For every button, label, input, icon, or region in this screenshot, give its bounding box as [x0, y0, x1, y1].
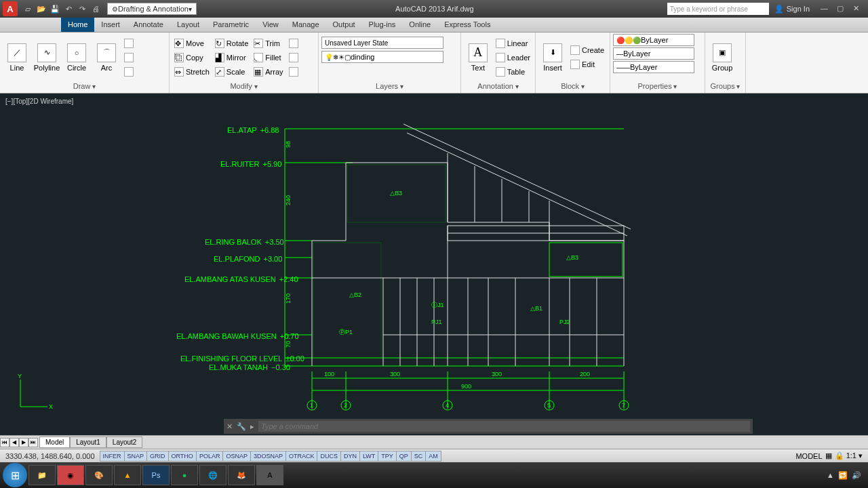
leader-button[interactable]: Leader [494, 51, 532, 64]
color-dropdown[interactable]: 🔴🟡🟢 ByLayer [613, 34, 694, 46]
taskbar-app1[interactable]: ◉ [57, 465, 84, 485]
qat-undo-icon[interactable]: ↶ [62, 3, 75, 15]
layer-state-dropdown[interactable]: Unsaved Layer State [321, 37, 443, 49]
taskbar-explorer[interactable]: 📁 [28, 465, 56, 485]
panel-annotation-label[interactable]: Annotation ▾ [464, 81, 532, 92]
scale-button[interactable]: ⤢Scale [213, 65, 250, 79]
linetype-dropdown[interactable]: —— ByLayer [613, 61, 694, 73]
command-input[interactable] [258, 421, 750, 432]
toggle-qp[interactable]: QP [396, 451, 412, 462]
tab-manage[interactable]: Manage [285, 18, 326, 32]
taskbar-chrome[interactable]: 🌐 [199, 465, 226, 485]
panel-layers-label[interactable]: Layers ▾ [321, 81, 458, 92]
qat-redo-icon[interactable]: ↷ [76, 3, 88, 15]
cmdline-close-icon[interactable]: ✕ [226, 422, 233, 431]
toggle-am[interactable]: AM [425, 451, 441, 462]
taskbar-autocad[interactable]: A [256, 465, 283, 485]
autocad-logo[interactable]: A [3, 1, 18, 16]
mirror-button[interactable]: ▟Mirror [213, 51, 250, 64]
toggle-tpy[interactable]: TPY [378, 451, 397, 462]
tray-net-icon[interactable]: 🔁 [838, 471, 848, 480]
tab-plugins[interactable]: Plug-ins [362, 18, 403, 32]
modify-extra-3[interactable] [287, 65, 300, 79]
arc-button[interactable]: ⌒Arc [92, 37, 121, 78]
layout-first-icon[interactable]: ⏮ [0, 438, 9, 447]
toggle-dyn[interactable]: DYN [340, 451, 360, 462]
taskbar-photoshop[interactable]: Ps [142, 465, 170, 485]
qat-save-icon[interactable]: 💾 [49, 3, 61, 15]
draw-extra-2[interactable] [122, 51, 136, 64]
toggle-lwt[interactable]: LWT [359, 451, 378, 462]
tray-vol-icon[interactable]: 🔊 [852, 471, 861, 480]
draw-extra-1[interactable] [122, 37, 136, 50]
create-button[interactable]: Create [568, 43, 606, 57]
layout-last-icon[interactable]: ⏭ [28, 438, 38, 447]
toggle-ducs[interactable]: DUCS [317, 451, 341, 462]
line-button[interactable]: ／Line [3, 37, 31, 78]
qat-print-icon[interactable]: 🖨 [90, 3, 102, 15]
system-tray[interactable]: ▲ 🔁 🔊 [827, 471, 865, 480]
toggle-polar[interactable]: POLAR [196, 451, 224, 462]
taskbar-spotify[interactable]: ● [171, 465, 198, 485]
status-model[interactable]: MODEL [795, 452, 822, 460]
edit-button[interactable]: Edit [568, 58, 606, 71]
tab-layout2[interactable]: Layout2 [106, 436, 143, 448]
modify-extra-1[interactable] [287, 37, 300, 50]
toggle-sc[interactable]: SC [411, 451, 427, 462]
toggle-3dosnap[interactable]: 3DOSNAP [250, 451, 286, 462]
tray-up-icon[interactable]: ▲ [827, 471, 834, 479]
panel-modify-label[interactable]: Modify ▾ [172, 81, 315, 92]
tab-annotate[interactable]: Annotate [127, 18, 170, 32]
toggle-ortho[interactable]: ORTHO [168, 451, 197, 462]
tab-online[interactable]: Online [402, 18, 437, 32]
qat-open-icon[interactable]: 📂 [35, 3, 47, 15]
copy-button[interactable]: ⿻Copy [172, 51, 212, 64]
search-input[interactable]: Type a keyword or phrase [667, 3, 769, 15]
command-line[interactable]: ✕ 🔧 ▸ [224, 419, 753, 434]
tab-insert[interactable]: Insert [94, 18, 127, 32]
maximize-icon[interactable]: ▢ [837, 4, 849, 14]
toggle-grid[interactable]: GRID [146, 451, 169, 462]
text-button[interactable]: AText [464, 37, 492, 78]
toggle-snap[interactable]: SNAP [124, 451, 148, 462]
panel-groups-label[interactable]: Groups ▾ [708, 81, 743, 92]
trim-button[interactable]: ✂Trim [252, 37, 285, 50]
qat-new-icon[interactable]: ▱ [22, 3, 34, 15]
layout-prev-icon[interactable]: ◀ [9, 438, 19, 447]
polyline-button[interactable]: ∿Polyline [33, 37, 61, 78]
panel-block-label[interactable]: Block ▾ [538, 81, 607, 92]
toggle-infer[interactable]: INFER [100, 451, 125, 462]
taskbar-app3[interactable]: ▲ [114, 465, 141, 485]
workspace-dropdown[interactable]: ⚙ Drafting & Annotation ▾ [107, 3, 197, 15]
status-scale[interactable]: 🔒 1:1 ▾ [835, 451, 863, 460]
table-button[interactable]: Table [494, 65, 532, 79]
layer-current-dropdown[interactable]: 💡❄☀▢ dinding [321, 51, 443, 63]
signin-button[interactable]: 👤 Sign In [774, 5, 810, 14]
start-button[interactable]: ⊞ [3, 463, 27, 487]
tab-output[interactable]: Output [326, 18, 362, 32]
tab-view[interactable]: View [256, 18, 285, 32]
tab-layout[interactable]: Layout [170, 18, 206, 32]
app-menu[interactable] [0, 18, 61, 32]
rotate-button[interactable]: ↻Rotate [213, 37, 250, 50]
stretch-button[interactable]: ⇔Stretch [172, 65, 212, 79]
tab-parametric[interactable]: Parametric [206, 18, 256, 32]
panel-draw-label[interactable]: Draw ▾ [3, 81, 166, 92]
taskbar-app2[interactable]: 🎨 [85, 465, 113, 485]
cmdline-wrench-icon[interactable]: 🔧 [237, 422, 246, 431]
draw-extra-3[interactable] [122, 65, 136, 79]
circle-button[interactable]: ○Circle [62, 37, 91, 78]
toggle-osnap[interactable]: OSNAP [222, 451, 251, 462]
array-button[interactable]: ▦Array [252, 65, 285, 79]
taskbar-firefox[interactable]: 🦊 [228, 465, 255, 485]
tab-layout1[interactable]: Layout1 [70, 436, 106, 448]
toggle-otrack[interactable]: OTRACK [285, 451, 318, 462]
status-grid-icon[interactable]: ▦ [825, 451, 832, 460]
lineweight-dropdown[interactable]: — ByLayer [613, 47, 694, 60]
panel-properties-label[interactable]: Properties ▾ [613, 81, 702, 92]
close-icon[interactable]: ✕ [853, 4, 865, 14]
tab-express[interactable]: Express Tools [437, 18, 497, 32]
drawing-canvas[interactable]: [−][Top][2D Wireframe] EL.ATAP +6.88 EL.… [0, 94, 868, 449]
modify-extra-2[interactable] [287, 51, 300, 64]
minimize-icon[interactable]: — [821, 4, 833, 14]
